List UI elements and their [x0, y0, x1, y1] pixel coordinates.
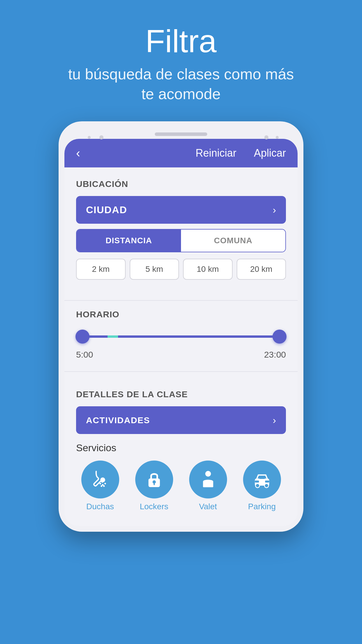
ciudad-button[interactable]: CIUDAD ›: [76, 196, 286, 224]
service-valet[interactable]: Valet: [189, 461, 227, 511]
svg-point-1: [99, 483, 101, 484]
aplicar-button[interactable]: Aplicar: [254, 147, 286, 159]
divider-2: [64, 371, 298, 372]
header-subtitle: tu búsqueda de clases como más te acomod…: [64, 64, 298, 104]
tab-comuna[interactable]: COMUNA: [181, 230, 285, 252]
svg-rect-17: [265, 481, 269, 483]
detalles-label: DETALLES DE LA CLASE: [76, 389, 286, 399]
service-duchas[interactable]: Duchas: [81, 461, 119, 511]
servicios-label: Servicios: [76, 442, 286, 454]
duchas-icon-circle: [81, 461, 119, 498]
pill-20km[interactable]: 20 km: [237, 259, 286, 280]
phone-sensor-1: [88, 136, 91, 139]
phone-screen: ‹ Reiniciar Aplicar UBICACIÓN CIUDAD › D…: [64, 139, 298, 526]
divider-1: [64, 300, 298, 301]
ciudad-chevron-icon: ›: [273, 204, 276, 216]
svg-point-3: [104, 483, 106, 484]
app-top-bar: ‹ Reiniciar Aplicar: [64, 139, 298, 167]
horario-label: HORARIO: [76, 309, 286, 319]
valet-icon-circle: [189, 461, 227, 498]
phone-mockup: ‹ Reiniciar Aplicar UBICACIÓN CIUDAD › D…: [59, 121, 303, 532]
parking-label: Parking: [248, 502, 276, 511]
service-lockers[interactable]: Lockers: [135, 461, 173, 511]
service-parking[interactable]: Parking: [243, 461, 281, 511]
slider-labels: 5:00 23:00: [76, 350, 286, 360]
phone-sensor-2: [99, 135, 103, 139]
services-row: Duchas Lockers: [76, 461, 286, 520]
ubicacion-section: UBICACIÓN CIUDAD › DISTANCIA COMUNA 2 km…: [64, 167, 298, 297]
svg-point-0: [100, 477, 105, 482]
svg-point-13: [255, 484, 259, 488]
slider-thumb-left[interactable]: [75, 330, 89, 344]
svg-rect-8: [153, 483, 154, 485]
duchas-label: Duchas: [86, 502, 114, 511]
phone-sensor-4: [276, 136, 279, 139]
header: Filtra tu búsqueda de clases como más te…: [0, 0, 362, 121]
actividades-button[interactable]: ACTIVIDADES ›: [76, 406, 286, 434]
tab-distancia[interactable]: DISTANCIA: [77, 230, 181, 252]
svg-rect-10: [203, 486, 213, 487]
shower-icon: [90, 469, 110, 490]
pill-5km[interactable]: 5 km: [130, 259, 179, 280]
time-slider[interactable]: [76, 326, 286, 347]
person-icon: [198, 469, 218, 490]
svg-point-9: [205, 471, 211, 477]
parking-icon-circle: [243, 461, 281, 498]
pill-2km[interactable]: 2 km: [76, 259, 126, 280]
svg-point-2: [102, 484, 103, 486]
slider-thumb-right[interactable]: [273, 330, 287, 344]
valet-label: Valet: [199, 502, 217, 511]
top-bar-actions: Reiniciar Aplicar: [196, 147, 286, 159]
svg-point-14: [264, 484, 268, 488]
svg-point-7: [152, 480, 156, 484]
lockers-label: Lockers: [140, 502, 168, 511]
svg-rect-16: [255, 481, 259, 483]
car-icon: [252, 469, 272, 490]
actividades-text: ACTIVIDADES: [86, 415, 150, 425]
ubicacion-label: UBICACIÓN: [76, 179, 286, 189]
header-title: Filtra: [0, 23, 362, 59]
detalles-section: DETALLES DE LA CLASE ACTIVIDADES › Servi…: [64, 381, 298, 526]
svg-rect-15: [259, 476, 265, 479]
back-button[interactable]: ‹: [76, 147, 80, 159]
phone-speaker: [155, 132, 207, 136]
distance-comuna-toggle: DISTANCIA COMUNA: [76, 229, 286, 252]
phone-notch: [64, 127, 298, 139]
svg-point-4: [101, 485, 102, 487]
phone-sensor-3: [264, 135, 268, 139]
horario-section: HORARIO 5:00 23:00: [64, 309, 298, 368]
slider-min-label: 5:00: [76, 350, 93, 360]
distance-pills: 2 km 5 km 10 km 20 km: [76, 259, 286, 280]
svg-point-5: [103, 485, 105, 487]
actividades-chevron-icon: ›: [273, 414, 276, 426]
slider-track: [76, 335, 286, 338]
reiniciar-button[interactable]: Reiniciar: [196, 147, 236, 159]
pill-10km[interactable]: 10 km: [183, 259, 233, 280]
lockers-icon-circle: [135, 461, 173, 498]
slider-max-label: 23:00: [264, 350, 286, 360]
ciudad-text: CIUDAD: [86, 204, 127, 216]
lock-icon: [144, 469, 164, 490]
